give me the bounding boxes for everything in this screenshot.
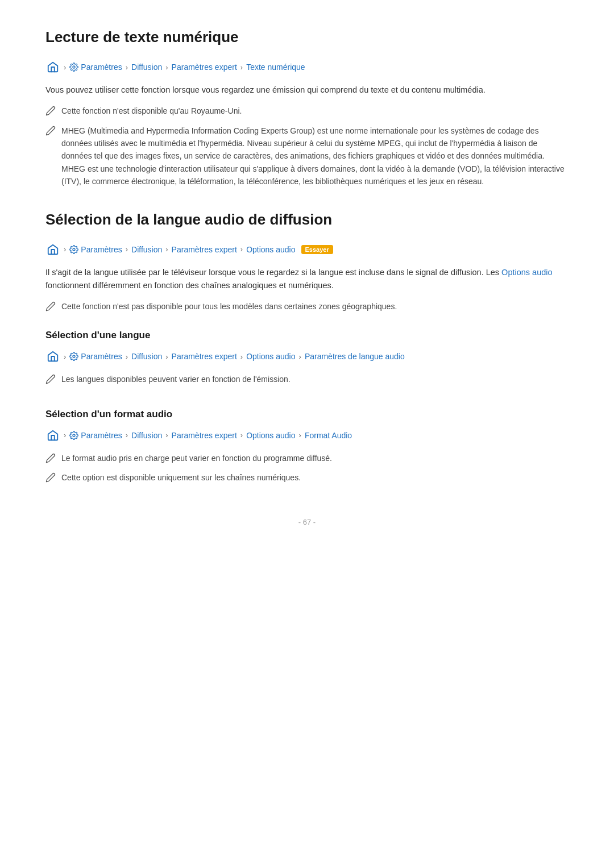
sep9: › <box>64 352 66 361</box>
sep12: › <box>240 352 243 361</box>
subsection1-notes: Les langues disponibles peuvent varier e… <box>45 373 569 385</box>
home-icon-4[interactable] <box>45 428 60 443</box>
badge-essayer[interactable]: Essayer <box>301 245 333 254</box>
note-text-2: MHEG (Multimedia and Hypermedia Informat… <box>61 124 569 188</box>
svg-point-2 <box>73 355 75 358</box>
breadcrumb-expert-1[interactable]: Paramètres expert <box>172 63 237 72</box>
sep15: › <box>126 431 128 439</box>
breadcrumb-format-audio[interactable]: Format Audio <box>305 431 352 440</box>
section1-body: Vous pouvez utiliser cette fonction lors… <box>45 84 569 97</box>
sep16: › <box>165 431 168 439</box>
note-item: Cette option est disponible uniquement s… <box>45 471 569 484</box>
breadcrumb-section2: › Paramètres › Diffusion › Paramètres ex… <box>45 242 569 257</box>
svg-point-3 <box>73 434 75 437</box>
subsection2-notes: Le format audio pris en charge peut vari… <box>45 452 569 484</box>
svg-point-0 <box>73 66 75 68</box>
section2-body-after: fonctionnent différemment en fonction de… <box>45 281 334 290</box>
pencil-icon-2 <box>45 126 56 136</box>
breadcrumb-expert-4[interactable]: Paramètres expert <box>172 431 237 440</box>
section2-title: Sélection de la langue audio de diffusio… <box>45 211 569 232</box>
note-item: Cette fonction n'est disponible qu'au Ro… <box>45 105 569 117</box>
breadcrumb-parametres-2[interactable]: Paramètres <box>69 245 122 254</box>
subsection-format-audio: Sélection d'un format audio › Paramètres… <box>45 409 569 484</box>
pencil-icon-3 <box>45 301 56 312</box>
section2-body-before: Il s'agit de la langue utilisée par le t… <box>45 268 501 277</box>
breadcrumb-diffusion-1[interactable]: Diffusion <box>131 63 162 72</box>
section2-note-1: Cette fonction n'est pas disponible pour… <box>61 300 397 313</box>
note-item: Le format audio pris en charge peut vari… <box>45 452 569 464</box>
breadcrumb-diffusion-4[interactable]: Diffusion <box>131 431 162 440</box>
subsection1-title: Sélection d'une langue <box>45 330 569 341</box>
sep3: › <box>165 63 168 72</box>
subsection-language-selection: Sélection d'une langue › Paramètres › Di… <box>45 330 569 385</box>
breadcrumb-options-audio-3[interactable]: Options audio <box>246 352 295 361</box>
home-icon-2[interactable] <box>45 242 60 257</box>
breadcrumb-diffusion-3[interactable]: Diffusion <box>131 352 162 361</box>
home-icon[interactable] <box>45 60 60 74</box>
sep6: › <box>126 245 128 254</box>
sep17: › <box>240 431 243 439</box>
sep5: › <box>64 245 66 254</box>
breadcrumb-options-audio-2[interactable]: Options audio <box>246 245 295 254</box>
sep11: › <box>165 352 168 361</box>
sep14: › <box>64 431 66 439</box>
subsection2-title: Sélection d'un format audio <box>45 409 569 420</box>
note-item: MHEG (Multimedia and Hypermedia Informat… <box>45 124 569 188</box>
subsection2-note-1: Le format audio pris en charge peut vari… <box>61 452 332 464</box>
pencil-icon-6 <box>45 472 56 483</box>
sep7: › <box>165 245 168 254</box>
breadcrumb-subsection2: › Paramètres › Diffusion › Paramètres ex… <box>45 428 569 443</box>
breadcrumb-expert-3[interactable]: Paramètres expert <box>172 352 237 361</box>
section2-body: Il s'agit de la langue utilisée par le t… <box>45 266 569 292</box>
breadcrumb-parametres-4[interactable]: Paramètres <box>69 431 122 440</box>
sep18: › <box>299 431 301 439</box>
subsection1-note-1: Les langues disponibles peuvent varier e… <box>61 373 291 385</box>
sep8: › <box>240 245 243 254</box>
pencil-icon-1 <box>45 106 56 116</box>
breadcrumb-texte-numerique[interactable]: Texte numérique <box>246 63 305 72</box>
note-item: Cette fonction n'est pas disponible pour… <box>45 300 569 313</box>
svg-point-1 <box>73 248 75 251</box>
breadcrumb-langue-audio[interactable]: Paramètres de langue audio <box>305 352 405 361</box>
breadcrumb-parametres-3[interactable]: Paramètres <box>69 352 122 361</box>
breadcrumb-parametres-1[interactable]: Paramètres <box>69 63 122 72</box>
sep1: › <box>64 63 66 72</box>
section1-title: Lecture de texte numérique <box>45 28 569 49</box>
section1-notes: Cette fonction n'est disponible qu'au Ro… <box>45 105 569 188</box>
options-audio-link[interactable]: Options audio <box>501 268 552 277</box>
breadcrumb-subsection1: › Paramètres › Diffusion › Paramètres ex… <box>45 349 569 364</box>
home-icon-3[interactable] <box>45 349 60 364</box>
breadcrumb-diffusion-2[interactable]: Diffusion <box>131 245 162 254</box>
pencil-icon-5 <box>45 453 56 463</box>
breadcrumb-expert-2[interactable]: Paramètres expert <box>172 245 237 254</box>
sep4: › <box>240 63 243 72</box>
sep10: › <box>126 352 128 361</box>
page-number: - 67 - <box>298 518 316 526</box>
breadcrumb-options-audio-4[interactable]: Options audio <box>246 431 295 440</box>
sep13: › <box>299 352 301 361</box>
page-footer: - 67 - <box>45 518 569 526</box>
note-item: Les langues disponibles peuvent varier e… <box>45 373 569 385</box>
breadcrumb-section1: › Paramètres › Diffusion › Paramètres ex… <box>45 60 569 74</box>
section2-notes: Cette fonction n'est pas disponible pour… <box>45 300 569 313</box>
sep2: › <box>126 63 128 72</box>
note-text-1: Cette fonction n'est disponible qu'au Ro… <box>61 105 242 117</box>
section-digital-text: Lecture de texte numérique › Paramètres … <box>45 28 569 188</box>
subsection2-note-2: Cette option est disponible uniquement s… <box>61 471 301 484</box>
section-audio-language: Sélection de la langue audio de diffusio… <box>45 211 569 484</box>
pencil-icon-4 <box>45 374 56 384</box>
